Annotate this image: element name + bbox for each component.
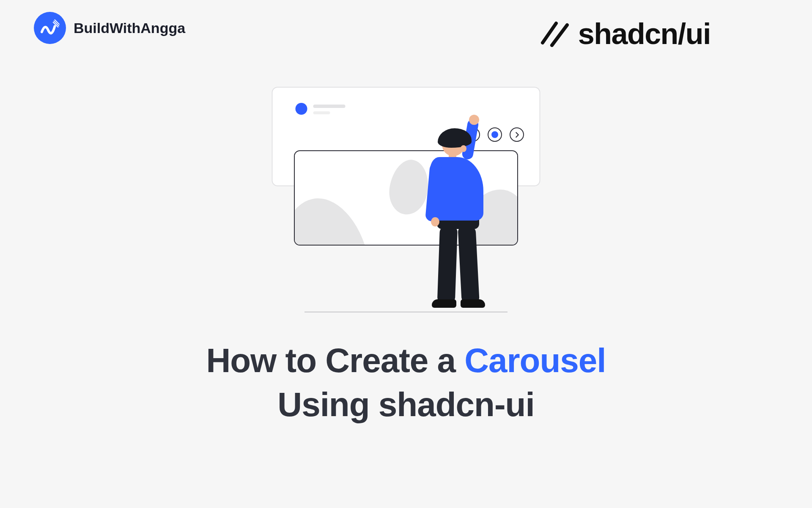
decorative-blob-icon (294, 190, 378, 246)
shadcn-mark-icon (537, 21, 570, 47)
buildwithangga-logo: BuildWithAngga (34, 12, 185, 44)
carousel-illustration (269, 87, 543, 315)
carousel-next-button[interactable] (510, 127, 524, 142)
title-part2: Using shadcn-ui (277, 386, 534, 423)
person-illustration-icon (429, 116, 505, 310)
title-accent: Carousel (464, 342, 606, 379)
buildwithangga-mark-icon (34, 12, 66, 44)
shadcn-wordmark: shadcn/ui (578, 17, 710, 51)
ground-line-icon (304, 312, 508, 312)
placeholder-line (313, 105, 346, 108)
shadcn-ui-logo: shadcn/ui (537, 17, 710, 51)
avatar-dot-icon (296, 103, 307, 115)
page-title: How to Create a Carousel Using shadcn-ui (0, 339, 812, 427)
decorative-blob-icon (385, 157, 432, 218)
placeholder-line (313, 111, 330, 114)
title-part1: How to Create a (206, 342, 464, 379)
buildwithangga-wordmark: BuildWithAngga (74, 20, 185, 36)
